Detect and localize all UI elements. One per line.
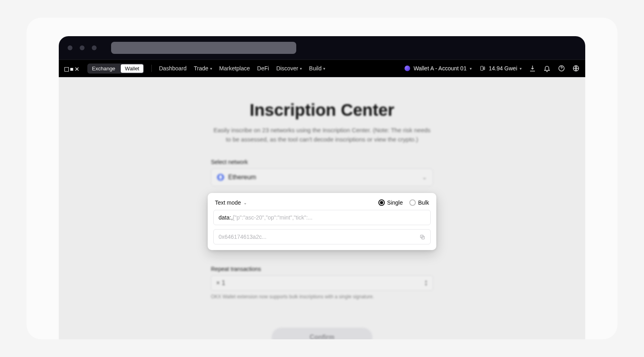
globe-icon[interactable] <box>572 65 580 72</box>
text-mode-selector[interactable]: Text mode ⌄ <box>215 199 247 206</box>
network-value: Ethereum <box>228 174 256 181</box>
data-prefix: data:, <box>219 214 233 221</box>
hex-placeholder: 0x646174613a2c... <box>219 234 266 240</box>
nav-marketplace[interactable]: Marketplace <box>219 65 250 72</box>
chevron-down-icon: ▾ <box>520 66 522 71</box>
page-title: Inscription Center <box>211 101 433 120</box>
svg-rect-0 <box>481 66 483 71</box>
browser-window: □▪✕ Exchange Wallet Dashboard Trade▾ Mar… <box>59 36 585 339</box>
toggle-exchange[interactable]: Exchange <box>87 64 120 74</box>
gas-value: 14.94 Gwei <box>489 65 517 72</box>
app-navbar: □▪✕ Exchange Wallet Dashboard Trade▾ Mar… <box>59 60 585 77</box>
chevron-down-icon: ⌄ <box>244 201 247 205</box>
wallet-avatar-icon <box>405 66 410 71</box>
copy-icon[interactable] <box>419 234 425 240</box>
repeat-stepper[interactable]: × 1 ▲▼ <box>211 275 433 291</box>
page-viewport: Inscription Center Easily inscribe on 23… <box>59 77 585 339</box>
radio-selected-icon <box>378 199 385 206</box>
chevron-down-icon: ⌄ <box>422 173 427 181</box>
screenshot-frame: □▪✕ Exchange Wallet Dashboard Trade▾ Mar… <box>27 18 617 339</box>
nav-defi[interactable]: DeFi <box>257 65 269 72</box>
nav-build[interactable]: Build▾ <box>309 65 325 72</box>
chevron-down-icon: ▾ <box>210 66 212 71</box>
data-placeholder: {"p":"asc-20","op":"mint","tick":... <box>233 214 312 221</box>
download-icon[interactable] <box>529 65 536 72</box>
chevron-down-icon: ▾ <box>470 66 472 71</box>
bell-icon[interactable] <box>543 65 551 72</box>
traffic-light-close[interactable] <box>68 45 72 50</box>
wallet-account-selector[interactable]: Wallet A - Account 01 ▾ <box>405 65 472 72</box>
radio-single[interactable]: Single <box>378 199 403 206</box>
traffic-light-min[interactable] <box>80 45 85 50</box>
gas-indicator[interactable]: 14.94 Gwei ▾ <box>479 65 522 72</box>
chevron-down-icon: ▾ <box>323 66 325 71</box>
gas-pump-icon <box>479 65 486 72</box>
nav-discover[interactable]: Discover▾ <box>276 65 301 72</box>
text-mode-label: Text mode <box>215 199 241 206</box>
repeat-transactions-label: Repeat transactions <box>211 266 433 272</box>
radio-bulk[interactable]: Bulk <box>409 199 429 206</box>
confirm-button[interactable]: Confirm <box>272 328 372 340</box>
logo[interactable]: □▪✕ <box>64 64 80 73</box>
bulk-hint: OKX Wallet extension now supports bulk i… <box>211 294 433 300</box>
select-network-label: Select network <box>211 159 433 165</box>
toggle-wallet[interactable]: Wallet <box>121 64 143 73</box>
hex-output[interactable]: 0x646174613a2c... <box>213 229 431 244</box>
repeat-value: × 1 <box>216 279 225 287</box>
browser-chrome <box>59 36 585 60</box>
address-bar[interactable] <box>111 42 296 54</box>
nav-dashboard[interactable]: Dashboard <box>159 65 187 72</box>
text-mode-card: Text mode ⌄ Single Bulk <box>208 193 436 250</box>
radio-unselected-icon <box>409 199 416 206</box>
inscription-data-input[interactable]: data:, {"p":"asc-20","op":"mint","tick":… <box>213 210 431 225</box>
stepper-arrows[interactable]: ▲▼ <box>424 279 428 287</box>
nav-trade[interactable]: Trade▾ <box>194 65 212 72</box>
ethereum-icon <box>217 174 224 181</box>
exchange-wallet-toggle[interactable]: Exchange Wallet <box>87 64 144 74</box>
network-select[interactable]: Ethereum ⌄ <box>211 168 433 186</box>
single-bulk-radio-group: Single Bulk <box>378 199 429 206</box>
help-icon[interactable] <box>558 65 565 72</box>
wallet-account-label: Wallet A - Account 01 <box>413 65 466 72</box>
page-subtitle: Easily inscribe on 23 networks using the… <box>211 125 433 144</box>
traffic-light-max[interactable] <box>92 45 97 50</box>
chevron-down-icon: ▾ <box>300 66 302 71</box>
divider <box>151 65 152 72</box>
